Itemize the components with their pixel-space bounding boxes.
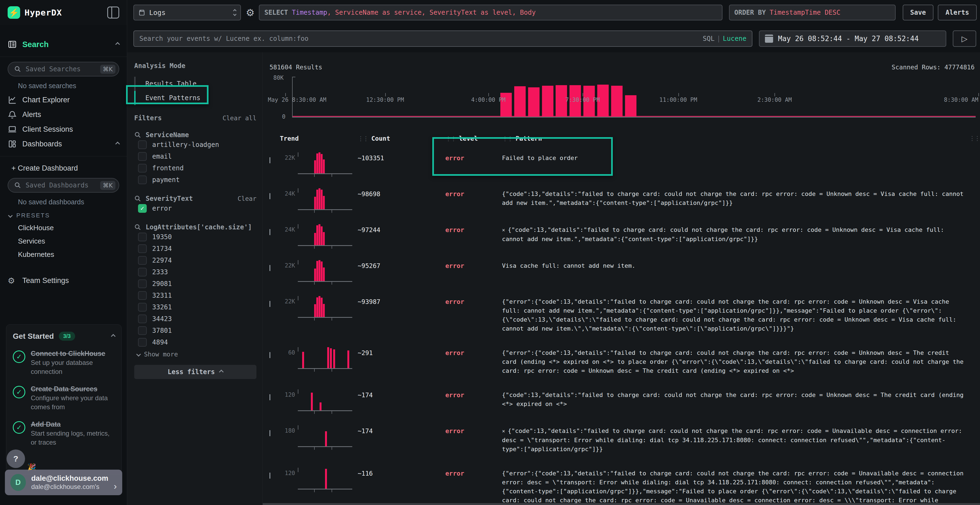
checkbox[interactable] xyxy=(138,326,147,335)
checkbox[interactable] xyxy=(138,140,147,149)
get-started-item[interactable]: ✓ Create Data Sources Configure where yo… xyxy=(13,384,115,411)
pattern-text[interactable]: {"error":{"code":13,"details":"failed to… xyxy=(502,469,969,505)
sql-toggle[interactable]: SQL xyxy=(703,35,714,43)
gear-icon[interactable]: ⚙ xyxy=(246,7,255,18)
expand-row-chevron[interactable] xyxy=(269,265,280,270)
checkbox[interactable] xyxy=(138,164,147,173)
get-started-item[interactable]: ✓ Connect to ClickHouse Set up your data… xyxy=(13,349,115,376)
sidebar-toggle-icon[interactable] xyxy=(107,6,119,19)
checkbox[interactable] xyxy=(138,245,147,253)
checkbox[interactable] xyxy=(138,314,147,323)
clear-all-link[interactable]: Clear all xyxy=(223,114,256,122)
chevron-up-icon[interactable] xyxy=(111,334,116,338)
user-menu[interactable]: D dale@clickhouse.com dale@clickhouse.co… xyxy=(5,470,122,495)
source-select[interactable]: Logs xyxy=(134,5,241,21)
checkbox[interactable] xyxy=(138,233,147,241)
checkbox[interactable] xyxy=(138,279,147,288)
order-by-input[interactable]: ORDER BY TimestampTime DESC xyxy=(729,5,896,21)
filter-checkbox-row[interactable]: 32311 xyxy=(134,289,256,301)
filter-checkbox-row[interactable]: 4894 xyxy=(134,336,256,348)
pattern-text[interactable]: {"code":13,"details":"failed to charge c… xyxy=(502,189,969,207)
date-range-picker[interactable]: May 26 08:52:44 - May 27 08:52:44 xyxy=(759,30,946,47)
filter-checkbox-row[interactable]: frontend xyxy=(134,162,256,174)
drag-handle-icon[interactable]: ⋮⋮ xyxy=(969,135,980,142)
table-row[interactable]: 180~174error×{"code":13,"details":"faile… xyxy=(269,422,977,464)
saved-searches-input[interactable]: Saved Searches ⌘K xyxy=(8,62,119,76)
get-started-title: Get Started xyxy=(13,332,54,341)
pattern-text[interactable]: {"error":{"code":13,"details":"failed to… xyxy=(502,348,969,375)
sidebar-item-alerts[interactable]: Alerts xyxy=(5,107,121,122)
pattern-text[interactable]: Visa cache full: cannot add new item. xyxy=(502,261,969,270)
table-row[interactable]: 24K~97244error×{"code":13,"details":"fai… xyxy=(269,221,977,257)
table-row[interactable]: 60~291error{"error":{"code":13,"details"… xyxy=(269,344,977,386)
sidebar-item-search[interactable]: Search xyxy=(5,37,121,52)
filter-checkbox-row[interactable]: email xyxy=(134,151,256,162)
filter-checkbox-row[interactable]: ✓error xyxy=(134,202,256,214)
filter-checkbox-row[interactable]: artillery-loadgen xyxy=(134,139,256,151)
less-filters-button[interactable]: Less filters xyxy=(134,365,256,379)
filter-checkbox-row[interactable]: 19350 xyxy=(134,231,256,243)
sidebar-item-dashboards[interactable]: Dashboards xyxy=(5,137,121,151)
sidebar-item-team-settings[interactable]: ⚙ Team Settings xyxy=(5,273,121,288)
pattern-text[interactable]: ×{"code":13,"details":"failed to charge … xyxy=(502,225,969,243)
run-query-button[interactable]: ▷ xyxy=(953,30,976,47)
help-button[interactable]: ? xyxy=(6,449,25,468)
table-row[interactable]: 22K~93987error{"error":{"code":13,"detai… xyxy=(269,293,977,344)
filter-checkbox-row[interactable]: 34423 xyxy=(134,313,256,325)
pattern-text[interactable]: {"error":{"code":13,"details":"failed to… xyxy=(502,297,969,333)
expand-row-chevron[interactable] xyxy=(269,473,280,478)
table-row[interactable]: 24K~98698error{"code":13,"details":"fail… xyxy=(269,185,977,221)
preset-kubernetes[interactable]: Kubernetes xyxy=(5,248,121,261)
expand-row-chevron[interactable] xyxy=(269,394,280,399)
checkbox[interactable] xyxy=(138,291,147,300)
show-more-link[interactable]: Show more xyxy=(134,348,256,358)
filter-checkbox-row[interactable]: payment xyxy=(134,174,256,186)
table-row[interactable]: 120~116error{"error":{"code":13,"details… xyxy=(269,464,977,505)
expand-row-chevron[interactable] xyxy=(269,229,280,234)
sidebar-item-client-sessions[interactable]: Client Sessions xyxy=(5,122,121,137)
horizontal-scrollbar[interactable] xyxy=(263,503,980,505)
expand-row-chevron[interactable] xyxy=(269,301,280,306)
preset-services[interactable]: Services xyxy=(5,235,121,248)
filter-checkbox-row[interactable]: 33261 xyxy=(134,301,256,313)
sidebar-item-chart-explorer[interactable]: Chart Explorer xyxy=(5,92,121,107)
presets-toggle[interactable]: PRESETS xyxy=(5,209,121,221)
saved-dashboards-input[interactable]: Saved Dashboards ⌘K xyxy=(8,178,119,193)
filter-checkbox-row[interactable]: 22974 xyxy=(134,254,256,266)
checkbox-checked[interactable]: ✓ xyxy=(138,204,147,213)
table-row[interactable]: 22K~103351errorFailed to place order xyxy=(269,149,977,185)
sparkline-bar xyxy=(333,349,335,368)
filter-checkbox-row[interactable]: 21734 xyxy=(134,243,256,254)
filter-checkbox-row[interactable]: 37801 xyxy=(134,325,256,336)
chevron-up-icon[interactable] xyxy=(115,42,120,47)
table-row[interactable]: 120~174error{"code":13,"details":"failed… xyxy=(269,386,977,422)
pattern-text[interactable]: {"code":13,"details":"failed to charge c… xyxy=(502,391,969,408)
select-query-input[interactable]: SELECT Timestamp, ServiceName as service… xyxy=(259,5,722,21)
filter-checkbox-row[interactable]: 2333 xyxy=(134,266,256,278)
query-language-toggle[interactable]: SQL|Lucene xyxy=(703,35,746,43)
checkbox[interactable] xyxy=(138,268,147,276)
pattern-text[interactable]: ×{"code":13,"details":"failed to charge … xyxy=(502,426,969,454)
expand-row-chevron[interactable] xyxy=(269,193,280,199)
lucene-toggle[interactable]: Lucene xyxy=(723,35,746,43)
create-dashboard-button[interactable]: + Create Dashboard xyxy=(5,161,121,175)
filter-clear-link[interactable]: Clear xyxy=(238,195,256,202)
preset-clickhouse[interactable]: ClickHouse xyxy=(5,221,121,235)
table-row[interactable]: 22K~95267errorVisa cache full: cannot ad… xyxy=(269,257,977,293)
pattern-count: ~116 xyxy=(358,470,445,477)
checkbox[interactable] xyxy=(138,152,147,161)
checkbox[interactable] xyxy=(138,338,147,347)
drag-handle-icon[interactable]: ⋮⋮ xyxy=(358,135,368,142)
event-search-input[interactable]: Search your events w/ Lucene ex. column:… xyxy=(134,30,752,47)
expand-row-chevron[interactable] xyxy=(269,430,280,435)
chevron-up-icon[interactable] xyxy=(115,142,120,146)
expand-row-chevron[interactable] xyxy=(269,352,280,357)
checkbox[interactable] xyxy=(138,256,147,265)
get-started-item[interactable]: ✓ Add Data Start sending logs, metrics, … xyxy=(13,419,115,447)
checkbox[interactable] xyxy=(138,176,147,184)
save-button[interactable]: Save xyxy=(903,5,934,21)
alerts-button[interactable]: Alerts xyxy=(938,5,977,21)
expand-row-chevron[interactable] xyxy=(269,157,280,162)
filter-checkbox-row[interactable]: 29081 xyxy=(134,278,256,289)
checkbox[interactable] xyxy=(138,303,147,311)
